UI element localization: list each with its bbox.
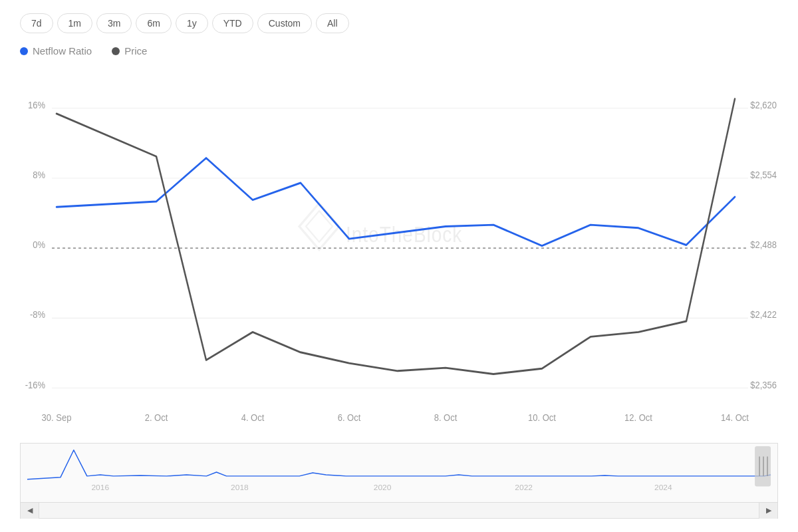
netflow-line xyxy=(57,158,735,246)
price-label: Price xyxy=(124,45,147,57)
scroll-bar: ◀ ▶ xyxy=(20,503,778,519)
chart-area: 16% 8% 0% -8% -16% $2,620 $2,554 $2,488 … xyxy=(20,63,778,519)
main-chart: 16% 8% 0% -8% -16% $2,620 $2,554 $2,488 … xyxy=(20,63,778,436)
price-dot xyxy=(112,47,120,55)
legend-row: Netflow Ratio Price xyxy=(20,45,778,57)
time-filter-custom[interactable]: Custom xyxy=(257,13,312,33)
svg-text:6. Oct: 6. Oct xyxy=(338,412,361,423)
svg-text:14. Oct: 14. Oct xyxy=(721,412,749,423)
scroll-right-button[interactable]: ▶ xyxy=(759,503,777,519)
svg-text:2024: 2024 xyxy=(654,483,672,493)
svg-text:-8%: -8% xyxy=(30,309,45,320)
scroll-track[interactable] xyxy=(39,503,759,518)
svg-text:-16%: -16% xyxy=(25,379,46,390)
svg-text:8. Oct: 8. Oct xyxy=(434,412,458,423)
svg-rect-25 xyxy=(21,444,777,502)
svg-text:30. Sep: 30. Sep xyxy=(42,412,72,423)
svg-text:2022: 2022 xyxy=(515,483,533,493)
mini-chart-container: 2016 2018 2020 2022 2024 xyxy=(20,443,778,503)
svg-text:$2,620: $2,620 xyxy=(750,99,777,110)
time-filter-7d[interactable]: 7d xyxy=(20,13,53,33)
time-filter-1m[interactable]: 1m xyxy=(57,13,92,33)
time-filter-1y[interactable]: 1y xyxy=(176,13,208,33)
svg-text:$2,488: $2,488 xyxy=(750,239,777,250)
svg-text:4. Oct: 4. Oct xyxy=(241,412,265,423)
time-filter-ytd[interactable]: YTD xyxy=(212,13,253,33)
svg-text:$2,422: $2,422 xyxy=(750,309,777,320)
time-filter-row: 7d1m3m6m1yYTDCustomAll xyxy=(20,13,778,33)
legend-netflow: Netflow Ratio xyxy=(20,45,92,57)
main-chart-svg: 16% 8% 0% -8% -16% $2,620 $2,554 $2,488 … xyxy=(20,63,778,436)
netflow-label: Netflow Ratio xyxy=(33,45,92,57)
svg-text:0%: 0% xyxy=(33,239,45,250)
svg-text:2. Oct: 2. Oct xyxy=(145,412,168,423)
time-filter-6m[interactable]: 6m xyxy=(136,13,171,33)
time-filter-all[interactable]: All xyxy=(316,13,349,33)
svg-text:2018: 2018 xyxy=(231,483,249,493)
netflow-dot xyxy=(20,47,28,55)
svg-text:10. Oct: 10. Oct xyxy=(528,412,556,423)
svg-text:$2,554: $2,554 xyxy=(750,169,777,180)
svg-text:16%: 16% xyxy=(28,99,45,110)
main-container: 7d1m3m6m1yYTDCustomAll Netflow Ratio Pri… xyxy=(0,0,798,532)
svg-text:$2,356: $2,356 xyxy=(750,379,777,390)
legend-price: Price xyxy=(112,45,147,57)
time-filter-3m[interactable]: 3m xyxy=(96,13,132,33)
scroll-left-button[interactable]: ◀ xyxy=(21,503,39,519)
svg-rect-31 xyxy=(755,446,771,487)
svg-text:12. Oct: 12. Oct xyxy=(624,412,652,423)
svg-text:2020: 2020 xyxy=(374,483,392,493)
svg-text:2016: 2016 xyxy=(91,483,109,493)
svg-text:8%: 8% xyxy=(33,169,45,180)
mini-chart-svg: 2016 2018 2020 2022 2024 xyxy=(21,444,777,502)
